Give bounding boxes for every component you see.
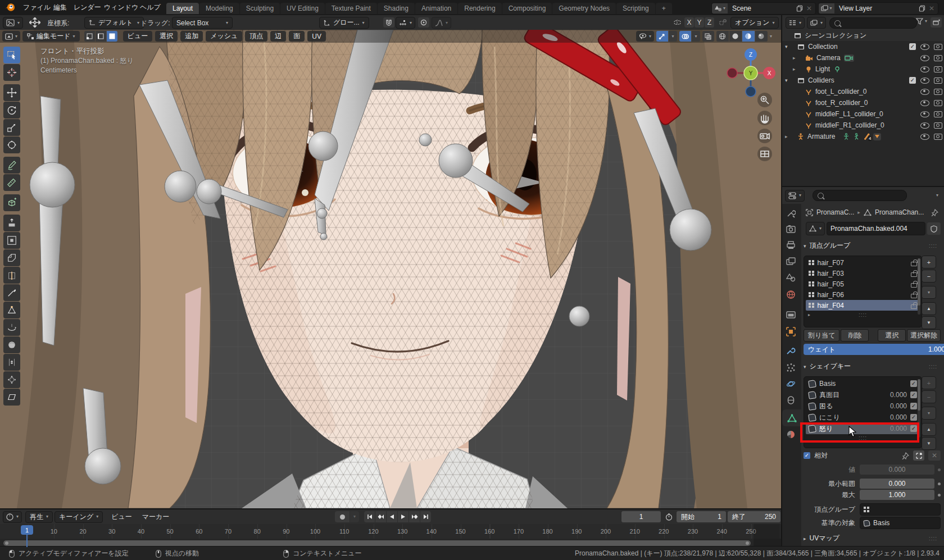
- outliner-row-armature[interactable]: ▸ Armature 4: [782, 131, 944, 142]
- tool-rotate[interactable]: [3, 102, 20, 119]
- relative-checkbox[interactable]: ✓: [804, 452, 810, 459]
- outliner-row-foot-l-collider[interactable]: foot_L_collider_0: [782, 86, 944, 97]
- outliner-search-input[interactable]: [829, 17, 917, 29]
- tab-animation[interactable]: Animation: [415, 3, 457, 14]
- collection-checkbox[interactable]: ✓: [909, 43, 916, 50]
- xray-toggle[interactable]: [702, 31, 714, 42]
- show-only-active-button[interactable]: [913, 450, 924, 461]
- scene-icon[interactable]: ▾: [712, 3, 728, 13]
- tab-tool[interactable]: [786, 208, 796, 218]
- transform-pivot-dropdown[interactable]: グロー...▾: [319, 17, 369, 29]
- deselect-button[interactable]: 選択解除: [907, 329, 941, 342]
- vertex-groups-panel-header[interactable]: ▾ 頂点グループ ::::: [804, 241, 941, 251]
- timeline-editor-type-button[interactable]: ▾: [3, 511, 22, 523]
- tab-modeling[interactable]: Modeling: [199, 3, 239, 14]
- shape-key-row[interactable]: 困る0.000✓: [806, 400, 920, 412]
- select-button[interactable]: 選択: [878, 329, 906, 342]
- eye-icon[interactable]: [920, 134, 929, 140]
- tool-annotate[interactable]: [3, 157, 20, 174]
- auto-keying-record-button[interactable]: [335, 511, 350, 522]
- falloff-dropdown[interactable]: ▾: [432, 17, 451, 29]
- move-shape-key-down-button[interactable]: ▼: [922, 437, 936, 450]
- object-visibility-dropdown[interactable]: ▾: [636, 31, 654, 42]
- tool-inset-faces[interactable]: [3, 232, 20, 249]
- tab-constraints[interactable]: [786, 395, 796, 405]
- tab-render[interactable]: [786, 225, 796, 233]
- mode-dropdown[interactable]: 編集モード ▾: [22, 31, 80, 42]
- lock-open-icon[interactable]: [911, 283, 917, 288]
- orientation-dropdown[interactable]: デフォルト▾: [84, 17, 144, 29]
- menu-uv[interactable]: UV: [307, 31, 326, 42]
- menu-add[interactable]: 追加: [180, 31, 203, 42]
- shape-key-specials-button[interactable]: ▾: [922, 407, 936, 420]
- drag-tool-dropdown[interactable]: Select Box▾: [172, 17, 233, 29]
- move-shape-key-up-button[interactable]: ▲: [922, 423, 936, 436]
- shading-solid-button[interactable]: [729, 31, 742, 42]
- menu-view[interactable]: ビュー: [123, 31, 153, 42]
- shape-key-checkbox[interactable]: ✓: [910, 414, 917, 421]
- lock-open-icon[interactable]: [911, 294, 917, 298]
- tab-object[interactable]: [786, 327, 796, 336]
- viewport-editor-type-button[interactable]: ▾: [2, 31, 20, 42]
- mirror-x-button[interactable]: X: [684, 17, 694, 28]
- tab-rendering[interactable]: Rendering: [458, 3, 501, 14]
- snap-magnet-icon[interactable]: [383, 17, 394, 28]
- menu-edge[interactable]: 辺: [270, 31, 286, 42]
- tab-material[interactable]: [786, 430, 796, 439]
- timeline-ruler[interactable]: 1020304050607080901001101201301401501601…: [0, 524, 781, 539]
- range-min-field[interactable]: 0.000: [860, 479, 934, 489]
- tab-texture-paint[interactable]: Texture Paint: [325, 3, 377, 14]
- playback-menu[interactable]: 再生▾: [25, 511, 53, 523]
- view-layer-copy-icon[interactable]: [919, 5, 925, 12]
- uv-maps-panel-header[interactable]: ▸ UVマップ ::::: [804, 534, 941, 543]
- tab-output[interactable]: [786, 241, 796, 249]
- new-collection-button[interactable]: [931, 17, 942, 28]
- shading-wireframe-button[interactable]: [716, 31, 729, 42]
- tab-layout[interactable]: Layout: [166, 3, 199, 14]
- show-overlays-toggle[interactable]: [679, 31, 691, 42]
- mesh-datablock-icon-button[interactable]: ▾: [806, 222, 825, 235]
- tab-geometry-nodes[interactable]: Geometry Nodes: [552, 3, 616, 14]
- menu-mesh[interactable]: メッシュ: [206, 31, 242, 42]
- shape-key-value-field[interactable]: 0.000: [860, 465, 934, 475]
- tool-shear[interactable]: [3, 389, 20, 406]
- vertex-group-row[interactable]: hair_F07: [806, 257, 920, 268]
- eye-icon[interactable]: [920, 122, 929, 129]
- add-vertex-group-button[interactable]: +: [922, 256, 936, 268]
- camera-toggle-icon[interactable]: [934, 78, 942, 84]
- camera-toggle-icon[interactable]: [934, 44, 942, 50]
- playhead[interactable]: 1: [21, 525, 33, 535]
- show-gizmo-toggle[interactable]: [656, 31, 668, 42]
- tab-shading[interactable]: Shading: [378, 3, 415, 14]
- outliner-editor-type-button[interactable]: ▾: [786, 17, 805, 29]
- add-shape-key-button[interactable]: +: [922, 376, 936, 389]
- outliner-row-collection[interactable]: ▾ Collection ✓: [782, 41, 944, 52]
- editor-type-button[interactable]: ▾: [3, 17, 23, 29]
- mirror-icon[interactable]: [672, 17, 683, 28]
- proportional-edit-icon[interactable]: [418, 17, 429, 28]
- vertex-group-row[interactable]: hair_F05: [806, 279, 920, 289]
- camera-toggle-icon[interactable]: [934, 134, 942, 140]
- relative-to-field[interactable]: Basis: [860, 517, 941, 529]
- tool-loop-cut[interactable]: [3, 267, 20, 284]
- scene-selector[interactable]: ▾ Scene ✕: [711, 2, 816, 15]
- tab-scene[interactable]: [786, 274, 796, 282]
- select-mode-vertex-button[interactable]: [84, 31, 95, 42]
- tab-collection[interactable]: [786, 311, 796, 318]
- vertex-group-row-selected[interactable]: hair_F04: [806, 300, 920, 311]
- vertex-group-specials-button[interactable]: ▾: [922, 286, 936, 299]
- lock-open-icon[interactable]: [911, 304, 917, 309]
- breadcrumb-data-name[interactable]: PronamaChan...: [875, 208, 924, 216]
- tab-sculpting[interactable]: Sculpting: [240, 3, 280, 14]
- tab-compositing[interactable]: Compositing: [502, 3, 552, 14]
- weight-slider[interactable]: ウェイト 1.000: [804, 344, 944, 355]
- camera-toggle-icon[interactable]: [934, 122, 942, 129]
- outliner-filter-button[interactable]: ▾: [916, 18, 927, 25]
- tool-knife[interactable]: [3, 284, 20, 301]
- shape-key-row[interactable]: 真面目0.000✓: [806, 389, 920, 400]
- mirror-y-button[interactable]: Y: [695, 17, 704, 28]
- eye-icon[interactable]: [920, 78, 929, 84]
- eye-icon[interactable]: [920, 89, 929, 95]
- tab-physics[interactable]: [786, 379, 796, 389]
- viewport-3d[interactable]: Z X Y ▾: [0, 30, 781, 508]
